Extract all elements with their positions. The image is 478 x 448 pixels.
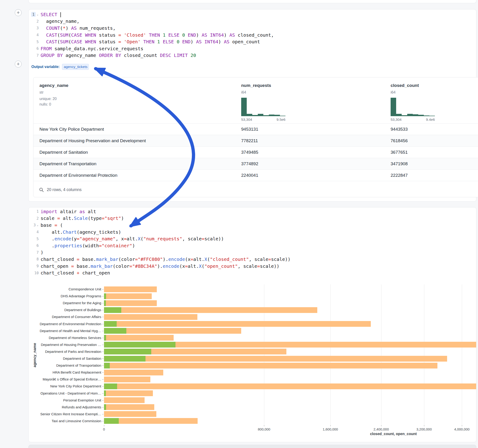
code-line[interactable]: 4 alt.Chart(agency_tickets) [29, 229, 476, 236]
y-axis-tick [102, 407, 104, 407]
python-code-editor[interactable]: 1import altair as alt2scale = alt.Scale(… [29, 208, 476, 276]
code-line[interactable]: 1import altair as alt [29, 208, 476, 215]
y-axis-tick [102, 303, 104, 303]
code-text[interactable]: .encode(y="agency_name", x=alt.X("num_re… [41, 236, 224, 242]
histogram-bar [252, 115, 258, 116]
text-caret [60, 12, 61, 17]
bar-closed_count [104, 293, 152, 299]
code-text[interactable]: .properties(width="container") [41, 243, 135, 249]
add-cell-button[interactable]: + [15, 9, 22, 16]
bar-open_count [104, 404, 106, 410]
table-row[interactable]: Department of Sanitation37494853677651 [33, 146, 478, 158]
x-axis-label: 800,000 [258, 427, 270, 431]
y-axis-label: Department of Environmental Protection [29, 322, 101, 326]
bar-closed_count [104, 300, 157, 306]
code-line[interactable]: 3⌄base = ( [29, 222, 476, 229]
line-number: 3 [29, 26, 39, 30]
code-line[interactable]: 7) [29, 249, 476, 256]
code-text[interactable]: COUNT(*) AS num_requests, [41, 25, 115, 31]
output-variable-badge[interactable]: agency_tickets [62, 64, 89, 70]
column-histogram [241, 98, 285, 116]
table-cell: 9443533 [391, 124, 408, 135]
table-row[interactable]: New York City Police Department945313194… [33, 123, 478, 135]
code-text[interactable]: scale = alt.Scale(type="sqrt") [41, 216, 124, 221]
y-axis-tick [102, 331, 104, 331]
code-line[interactable]: 4 CAST(SUM(CASE WHEN status = 'Closed' T… [29, 31, 476, 38]
add-cell-button[interactable]: + [15, 61, 22, 68]
code-text[interactable]: alt.Chart(agency_tickets) [41, 229, 121, 235]
table-row-count: 20 rows, 4 columns [47, 187, 82, 192]
column-header[interactable]: closed_count [391, 83, 419, 88]
table-cell: 2240041 [241, 170, 258, 181]
code-line[interactable]: 6FROM sample_data.nyc.service_requests [29, 45, 476, 52]
code-line[interactable]: 6 .properties(width="container") [29, 242, 476, 249]
y-axis-tick [102, 310, 104, 310]
code-line[interactable]: 7GROUP BY agency_name ORDER BY closed_co… [29, 52, 476, 59]
table-row[interactable]: Department of Environmental Protection22… [33, 169, 478, 181]
line-number: 2 [29, 19, 39, 24]
code-text[interactable]: chart_open = base.mark_bar(color="#8BC34… [41, 263, 279, 269]
code-line[interactable]: 8chart_closed = base.mark_bar(color="#FF… [29, 256, 476, 263]
histogram-bar [274, 115, 280, 116]
table-body: New York City Police Department945313194… [33, 123, 478, 181]
sql-code-editor[interactable]: 1⌄SELECT 2 agency_name,3 COUNT(*) AS num… [29, 11, 476, 59]
column-header[interactable]: agency_name [39, 83, 69, 88]
code-text[interactable]: CAST(SUM(CASE WHEN status = 'Open' THEN … [41, 39, 260, 44]
histogram-bar [424, 115, 429, 116]
bar-closed_count [104, 370, 163, 375]
y-axis-label: DHS Advantage Programs [29, 294, 101, 298]
y-axis-label: Department of Parks and Recreation [29, 350, 101, 354]
y-axis-label: Taxi and Limousine Commission [29, 419, 101, 423]
column-histogram [391, 98, 435, 116]
code-line[interactable]: 2 agency_name, [29, 18, 476, 25]
search-icon[interactable] [39, 187, 44, 193]
previous-cell-edge [28, 0, 476, 3]
table-row[interactable]: Department of Transportation377489234719… [33, 158, 478, 169]
code-line[interactable]: 3 COUNT(*) AS num_requests, [29, 25, 476, 31]
code-line[interactable]: 10chart_closed + chart_open [29, 269, 476, 276]
code-text[interactable]: ) [41, 249, 43, 255]
code-line[interactable]: 1⌄SELECT [29, 11, 476, 18]
code-text[interactable]: agency_name, [41, 19, 80, 24]
line-number: 1⌄ [29, 12, 39, 17]
column-header[interactable]: num_requests [241, 83, 271, 88]
fold-chevron-icon[interactable]: ⌄ [37, 13, 39, 16]
code-text[interactable]: FROM sample_data.nyc.service_requests [41, 46, 143, 51]
y-axis-tick [102, 359, 104, 359]
gridline [424, 284, 424, 424]
code-line[interactable]: 5 CAST(SUM(CASE WHEN status = 'Open' THE… [29, 38, 476, 45]
code-text[interactable]: chart_closed = base.mark_bar(color="#FFC… [41, 256, 290, 262]
bar-open_count [104, 363, 110, 368]
fold-chevron-icon[interactable]: ⌄ [37, 224, 39, 227]
table-row[interactable]: Department of Housing Preservation and D… [33, 135, 478, 146]
line-number: 1 [29, 209, 39, 214]
x-axis-label: 0 [103, 427, 105, 431]
code-text[interactable]: SELECT [41, 12, 61, 18]
histogram-bar [391, 98, 396, 116]
histogram-min: 53,304 [391, 118, 402, 122]
bar-open_count [104, 342, 176, 348]
bar-open_count [104, 335, 106, 341]
histogram-max: 9.5e6 [277, 118, 285, 122]
column-stat: nulls: 0 [39, 102, 51, 106]
y-axis-tick [102, 324, 104, 324]
code-line[interactable]: 5 .encode(y="agency_name", x=alt.X("num_… [29, 235, 476, 242]
code-text[interactable]: base = ( [41, 222, 63, 228]
y-axis-tick [102, 386, 104, 386]
x-axis-tick [424, 425, 424, 426]
code-text[interactable]: import altair as alt [41, 209, 96, 214]
line-number: 7 [29, 250, 39, 255]
line-number: 6 [29, 243, 39, 248]
histogram-range-labels: 53,3049.4e6 [391, 118, 435, 122]
code-text[interactable]: chart_closed + chart_open [41, 270, 110, 276]
python-cell: 1import altair as alt2scale = alt.Scale(… [28, 207, 476, 442]
y-axis-label: Department of Health and Mental Hyg… [29, 329, 101, 333]
code-text[interactable]: CAST(SUM(CASE WHEN status = 'Closed' THE… [41, 32, 274, 38]
code-line[interactable]: 2scale = alt.Scale(type="sqrt") [29, 215, 476, 222]
bar-closed_count [104, 286, 157, 292]
table-cell: Department of Housing Preservation and D… [39, 135, 146, 146]
code-text[interactable]: GROUP BY agency_name ORDER BY closed_cou… [41, 53, 196, 58]
y-axis-tick [102, 345, 104, 345]
code-line[interactable]: 9chart_open = base.mark_bar(color="#8BC3… [29, 263, 476, 270]
table-cell: Department of Sanitation [39, 147, 88, 158]
